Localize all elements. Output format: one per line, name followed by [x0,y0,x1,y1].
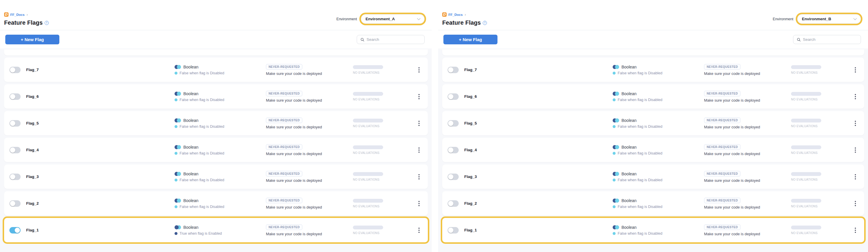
row-menu-kebab-icon[interactable] [853,226,858,234]
row-menu-kebab-icon[interactable] [417,173,422,181]
serving-variation-dot-icon [613,205,616,208]
flag-name[interactable]: Flag_3 [464,175,613,179]
search-box[interactable] [357,35,425,44]
status-message: Make sure your code is deployed [266,125,353,129]
flag-name[interactable]: Flag_7 [26,68,175,72]
search-input[interactable] [803,37,857,42]
new-flag-button[interactable]: + New Flag [5,35,59,44]
flag-type: Boolean [183,145,198,150]
flag-toggle[interactable] [447,147,459,153]
flag-toggle[interactable] [447,227,459,233]
row-menu-kebab-icon[interactable] [417,66,422,74]
row-menu-kebab-icon[interactable] [417,226,422,234]
row-menu-kebab-icon[interactable] [853,120,858,127]
flag-name[interactable]: Flag_4 [464,148,613,152]
evaluations-label: NO EVALUATIONS [791,231,838,235]
environment-label: Environment [336,17,357,21]
serving-variation-dot-icon [175,98,178,101]
row-menu-kebab-icon[interactable] [853,173,858,181]
toggle-knob [10,201,15,206]
environment-select[interactable]: Environment_A [361,14,425,24]
status-badge: NEVER-REQUESTED [704,64,741,70]
status-message: Make sure your code is deployed [266,205,353,210]
flag-toggle[interactable] [9,67,21,73]
flag-name[interactable]: Flag_1 [26,228,175,232]
environment-label: Environment [773,17,794,21]
flag-name[interactable]: Flag_7 [464,68,613,72]
flag-toggle[interactable] [9,120,21,127]
breadcrumb-separator: › [465,12,466,17]
environment-selected-value: Environment_B [802,17,831,21]
toggle-knob [10,174,15,180]
status-message: Make sure your code is deployed [266,98,353,102]
flag-toggle[interactable] [447,93,459,100]
row-menu-kebab-icon[interactable] [853,146,858,154]
serving-variation-text: False when flag is Disabled [618,125,662,129]
status-message: Make sure your code is deployed [704,98,791,102]
evaluations-bar [353,92,383,96]
info-icon[interactable]: i [45,21,49,25]
status-badge: NEVER-REQUESTED [266,64,302,70]
row-menu-kebab-icon[interactable] [417,200,422,207]
row-menu-kebab-icon[interactable] [853,66,858,74]
flag-name[interactable]: Flag_1 [464,228,613,232]
status-message: Make sure your code is deployed [704,232,791,236]
row-menu-kebab-icon[interactable] [853,200,858,207]
serving-variation-dot-icon [613,125,616,128]
breadcrumb-project-link[interactable]: FF_Docs [10,13,25,17]
flag-name[interactable]: Flag_2 [26,201,175,206]
environment-select[interactable]: Environment_B [797,14,861,24]
evaluations-bar [791,65,821,69]
flag-toggle[interactable] [447,67,459,73]
evaluations-label: NO EVALUATIONS [353,151,400,155]
boolean-type-icon [175,145,181,149]
flag-toggle[interactable] [9,200,21,207]
evaluations-label: NO EVALUATIONS [353,125,400,128]
flag-toggle[interactable] [447,120,459,127]
row-menu-kebab-icon[interactable] [417,93,422,100]
evaluations-bar [791,226,821,229]
breadcrumb-project-link[interactable]: FF_Docs [448,13,463,17]
flag-row: Flag_5 Boolean False when flag is Disabl… [4,111,428,135]
flag-toggle[interactable] [9,174,21,180]
evaluations-label: NO EVALUATIONS [353,231,400,235]
evaluations-bar [791,146,821,149]
row-menu-kebab-icon[interactable] [853,93,858,100]
flag-toggle[interactable] [9,227,21,233]
status-message: Make sure your code is deployed [704,125,791,129]
row-menu-kebab-icon[interactable] [417,146,422,154]
flag-name[interactable]: Flag_5 [26,121,175,125]
status-badge: NEVER-REQUESTED [704,91,741,96]
flag-name[interactable]: Flag_2 [464,201,613,206]
serving-variation-text: False when flag is Disabled [180,125,224,129]
boolean-type-icon [175,172,181,176]
flag-toggle[interactable] [9,147,21,153]
flag-toggle[interactable] [447,174,459,180]
flag-name[interactable]: Flag_4 [26,148,175,152]
evaluations-bar [353,226,383,229]
flag-toggle[interactable] [447,200,459,207]
boolean-type-icon [175,118,181,123]
toggle-knob [10,148,15,153]
flag-toggle[interactable] [9,93,21,100]
flag-name[interactable]: Flag_5 [464,121,613,125]
serving-variation-text: False when flag is Disabled [180,205,224,209]
evaluations-bar [353,65,383,69]
serving-variation-dot-icon [613,232,616,235]
serving-variation-text: False when flag is Disabled [618,151,662,155]
flag-list: Flag_7 Boolean False when flag is Disabl… [438,49,868,252]
boolean-type-icon [613,225,619,229]
status-badge: NEVER-REQUESTED [704,144,741,150]
flag-row: Flag_1 Boolean True when flag is Enabled… [4,218,428,242]
new-flag-button[interactable]: + New Flag [443,35,497,44]
status-message: Make sure your code is deployed [704,205,791,210]
panel-header: FF_Docs › Feature Flags i Environment En… [0,0,432,30]
flag-row: Flag_4 Boolean False when flag is Disabl… [442,138,864,162]
search-box[interactable] [793,35,861,44]
row-menu-kebab-icon[interactable] [417,120,422,127]
info-icon[interactable]: i [483,21,487,25]
flag-name[interactable]: Flag_6 [464,94,613,99]
flag-name[interactable]: Flag_3 [26,175,175,179]
flag-name[interactable]: Flag_6 [26,94,175,99]
search-input[interactable] [367,37,421,42]
